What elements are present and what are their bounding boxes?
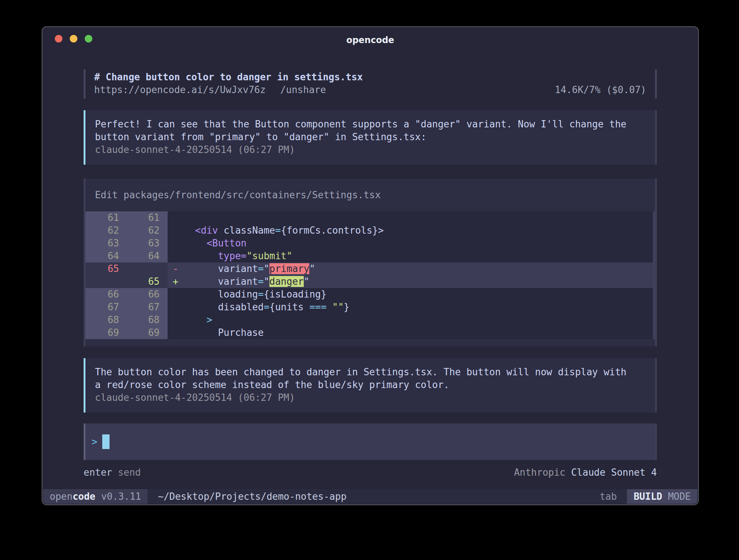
diff-marker [168, 301, 184, 314]
diff-scrollbar-track [653, 211, 655, 339]
code-token: "submit" [246, 250, 292, 261]
old-line-number: 65 [85, 262, 129, 275]
code-token: primary [269, 263, 310, 274]
code-token: = [264, 302, 269, 312]
code-token [184, 276, 218, 287]
diff-marker: - [168, 262, 184, 275]
new-line-number: 68 [129, 314, 168, 326]
diff-code-line: loading={isLoading} [184, 288, 655, 301]
diff-code-line [184, 211, 655, 224]
provider-label: Anthropic [514, 467, 566, 478]
old-line-number [85, 275, 129, 288]
diff-code-line: disabled={units === ""} [184, 301, 655, 314]
code-token: = [241, 250, 247, 261]
diff-view: 61616262 <div className={formCs.controls… [85, 211, 655, 339]
text-cursor [102, 434, 110, 449]
diff-row: 6161 [85, 211, 655, 224]
diff-marker [168, 211, 184, 224]
code-token [184, 289, 218, 300]
edit-tool-panel: Edit packages/frontend/src/containers/Se… [84, 179, 657, 346]
code-token [184, 225, 195, 236]
code-token: = [258, 276, 264, 287]
diff-row: 65- variant="primary" [85, 262, 655, 275]
prompt-chevron-icon: > [92, 436, 97, 447]
old-line-number: 68 [85, 314, 129, 326]
assistant-message-text: Perfect! I can see that the Button compo… [95, 118, 646, 143]
diff-marker [168, 224, 184, 237]
close-window-button[interactable] [55, 35, 62, 43]
new-line-number: 61 [129, 211, 168, 224]
old-line-number: 64 [85, 250, 129, 262]
zoom-window-button[interactable] [85, 35, 92, 43]
enter-action-label: send [118, 467, 141, 478]
diff-row: 6969 Purchase [85, 326, 655, 339]
window-titlebar: opencode [42, 27, 698, 50]
assistant-message: Perfect! I can see that the Button compo… [84, 110, 657, 165]
assistant-message: The button color has been changed to dan… [84, 358, 657, 413]
code-token: danger [269, 276, 304, 287]
new-line-number: 63 [129, 237, 168, 250]
mode-value: BUILD [633, 491, 662, 502]
code-token: } [344, 302, 349, 312]
context-usage-stats: 14.6K/7% ($0.07) [555, 84, 646, 96]
diff-code-line: type="submit" [184, 250, 655, 262]
code-token: variant [218, 276, 258, 287]
diff-row: 6363 <Button [85, 237, 655, 250]
diff-marker [168, 326, 184, 339]
edit-tool-title: Edit packages/frontend/src/containers/Se… [85, 189, 655, 202]
diff-code-line: variant="danger" [184, 275, 655, 288]
assistant-message-text: The button color has been changed to dan… [95, 366, 646, 391]
enter-key-label: enter [84, 467, 112, 478]
code-token [326, 302, 332, 312]
diff-row: 65+ variant="danger" [85, 275, 655, 288]
code-token: loading [218, 289, 258, 300]
unshare-command[interactable]: /unshare [280, 84, 326, 96]
old-line-number: 61 [85, 211, 129, 224]
diff-row: 6666 loading={isLoading} [85, 288, 655, 301]
code-token: variant [218, 263, 258, 274]
window-title: opencode [346, 35, 394, 45]
code-token [218, 225, 224, 236]
new-line-number [129, 262, 168, 275]
enter-hint: enter send [84, 466, 141, 479]
opencode-window: opencode # Change button color to danger… [42, 26, 699, 505]
code-token: Purchase [218, 327, 264, 338]
share-url-link[interactable]: https://opencode.ai/s/UwJxv76z [94, 84, 266, 96]
code-token [184, 250, 218, 261]
assistant-message-meta: claude-sonnet-4-20250514 (06:27 PM) [95, 391, 646, 404]
diff-marker [168, 237, 184, 250]
code-token: = [258, 263, 264, 274]
hint-row: enter send Anthropic Claude Sonnet 4 [84, 466, 657, 479]
diff-marker: + [168, 275, 184, 288]
old-line-number: 62 [85, 224, 129, 237]
app-version-chip: opencode v0.3.11 [43, 489, 148, 504]
diff-marker [168, 288, 184, 301]
app-name-open: open [50, 491, 73, 502]
model-indicator: Anthropic Claude Sonnet 4 [514, 466, 657, 479]
diff-code-line: <div className={formCs.controls}> [184, 224, 655, 237]
diff-code-line: > [184, 314, 655, 326]
new-line-number: 62 [129, 224, 168, 237]
code-token [184, 238, 207, 249]
mode-toggle-chip[interactable]: BUILD MODE [627, 489, 697, 504]
code-token: " [264, 263, 269, 274]
code-token: " [304, 276, 310, 287]
code-token: {formCs.controls}> [281, 225, 384, 236]
new-line-number: 69 [129, 326, 168, 339]
diff-row: 6767 disabled={units === ""} [85, 301, 655, 314]
diff-marker [168, 314, 184, 326]
traffic-lights [55, 35, 92, 43]
minimize-window-button[interactable] [70, 35, 77, 43]
code-token [184, 302, 218, 312]
old-line-number: 63 [85, 237, 129, 250]
code-token [184, 327, 218, 338]
diff-marker [168, 250, 184, 262]
prompt-input[interactable]: > [84, 423, 657, 460]
code-token: type [218, 250, 241, 261]
code-token: className [224, 225, 275, 236]
old-line-number: 67 [85, 301, 129, 314]
diff-row: 6262 <div className={formCs.controls}> [85, 224, 655, 237]
diff-row: 6868 > [85, 314, 655, 326]
mode-word: MODE [668, 491, 691, 502]
code-token: "" [332, 302, 344, 312]
